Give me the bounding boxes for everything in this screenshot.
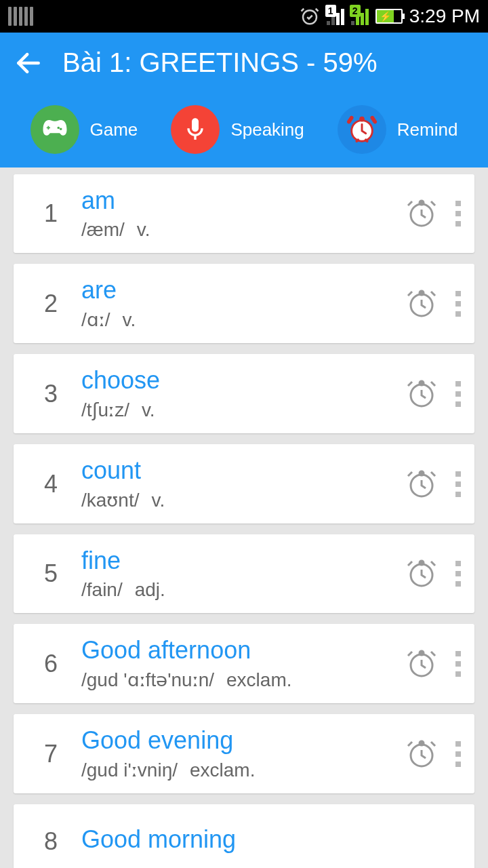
- item-body: fine /fain/adj.: [81, 547, 405, 601]
- item-word: count: [81, 456, 405, 485]
- item-alarm-icon[interactable]: [405, 557, 438, 590]
- item-body: Good evening /gud i'ːvniŋ/exclam.: [81, 726, 405, 781]
- game-label: Game: [90, 119, 138, 140]
- item-alarm-icon[interactable]: [405, 468, 438, 500]
- item-word: Good evening: [81, 726, 405, 755]
- item-phonetic: /gud i'ːvniŋ/exclam.: [81, 759, 405, 781]
- item-alarm-icon[interactable]: [405, 738, 438, 770]
- item-alarm-icon[interactable]: [405, 378, 438, 410]
- app-header: Bài 1: GREETINGS - 59% Game Speaking: [0, 33, 488, 167]
- more-icon[interactable]: [451, 651, 465, 677]
- item-word: choose: [81, 366, 405, 395]
- page-title: Bài 1: GREETINGS - 59%: [62, 47, 378, 78]
- list-item[interactable]: 7 Good evening /gud i'ːvniŋ/exclam.: [14, 714, 474, 793]
- svg-point-9: [420, 381, 424, 385]
- item-alarm-icon[interactable]: [405, 648, 438, 680]
- list-item[interactable]: 5 fine /fain/adj.: [14, 534, 474, 613]
- item-word: are: [81, 276, 405, 304]
- word-list: 1 am /æm/v. 2 are /ɑː/v. 3 choose /tʃuːz…: [0, 167, 488, 868]
- svg-point-11: [420, 471, 424, 475]
- item-number: 4: [20, 470, 81, 498]
- item-phonetic: /fain/adj.: [81, 579, 405, 601]
- item-body: count /kaʊnt/v.: [81, 456, 405, 511]
- remind-label: Remind: [397, 119, 458, 140]
- item-phonetic: /gud 'ɑːftə'nuːn/exclam.: [81, 669, 405, 691]
- remind-button[interactable]: Remind: [338, 105, 458, 154]
- item-word: fine: [81, 547, 405, 575]
- list-item[interactable]: 8 Good morning: [14, 804, 474, 868]
- item-body: choose /tʃuːz/v.: [81, 366, 405, 421]
- svg-point-5: [420, 201, 424, 205]
- item-number: 6: [20, 650, 81, 678]
- action-row: Game Speaking Remind: [14, 97, 474, 167]
- gamepad-icon: [30, 105, 79, 154]
- item-phonetic: /tʃuːz/v.: [81, 399, 405, 421]
- item-number: 2: [20, 290, 81, 318]
- item-alarm-icon[interactable]: [405, 288, 438, 320]
- more-icon[interactable]: [451, 381, 465, 407]
- signal-sim1: 1: [327, 7, 344, 25]
- sim2-badge: 2: [350, 5, 361, 17]
- more-icon[interactable]: [451, 291, 465, 317]
- title-row: Bài 1: GREETINGS - 59%: [14, 47, 474, 97]
- svg-point-17: [420, 741, 424, 745]
- speaking-button[interactable]: Speaking: [171, 105, 304, 154]
- microphone-icon: [171, 105, 220, 154]
- item-phonetic: /kaʊnt/v.: [81, 489, 405, 511]
- status-bar: 1 2 ⚡ 3:29 PM: [0, 0, 488, 33]
- list-item[interactable]: 1 am /æm/v.: [14, 174, 474, 253]
- more-icon[interactable]: [451, 561, 465, 587]
- item-number: 3: [20, 380, 81, 408]
- item-phonetic: /ɑː/v.: [81, 309, 405, 331]
- item-number: 5: [20, 559, 81, 588]
- back-arrow-icon[interactable]: [14, 48, 43, 78]
- more-icon[interactable]: [451, 741, 465, 767]
- list-item[interactable]: 2 are /ɑː/v.: [14, 264, 474, 343]
- list-item[interactable]: 4 count /kaʊnt/v.: [14, 444, 474, 524]
- more-icon[interactable]: [451, 471, 465, 497]
- item-body: am /æm/v.: [81, 186, 405, 241]
- status-time: 3:29 PM: [409, 5, 480, 27]
- list-item[interactable]: 6 Good afternoon /gud 'ɑːftə'nuːn/exclam…: [14, 624, 474, 703]
- item-word: am: [81, 186, 405, 215]
- svg-point-3: [359, 117, 365, 122]
- item-word: Good afternoon: [81, 636, 405, 665]
- item-body: are /ɑː/v.: [81, 276, 405, 331]
- speaking-label: Speaking: [230, 119, 304, 140]
- list-item[interactable]: 3 choose /tʃuːz/v.: [14, 354, 474, 433]
- game-button[interactable]: Game: [30, 105, 138, 154]
- item-body: Good morning: [81, 825, 465, 858]
- item-number: 7: [20, 740, 81, 768]
- item-number: 1: [20, 199, 81, 228]
- item-word: Good morning: [81, 825, 465, 854]
- item-phonetic: /æm/v.: [81, 219, 405, 241]
- alarm-clock-icon: [338, 105, 386, 154]
- item-number: 8: [20, 827, 81, 856]
- signal-sim2: 2: [351, 7, 369, 25]
- item-alarm-icon[interactable]: [405, 197, 438, 230]
- sim1-badge: 1: [325, 5, 336, 17]
- more-icon[interactable]: [451, 201, 465, 226]
- battery-icon: ⚡: [375, 9, 403, 24]
- svg-point-15: [420, 651, 424, 655]
- status-left: [8, 7, 33, 26]
- svg-point-7: [420, 291, 424, 295]
- alarm-status-icon: [300, 6, 320, 26]
- item-body: Good afternoon /gud 'ɑːftə'nuːn/exclam.: [81, 636, 405, 691]
- menu-icon: [8, 7, 33, 26]
- svg-point-13: [420, 561, 424, 565]
